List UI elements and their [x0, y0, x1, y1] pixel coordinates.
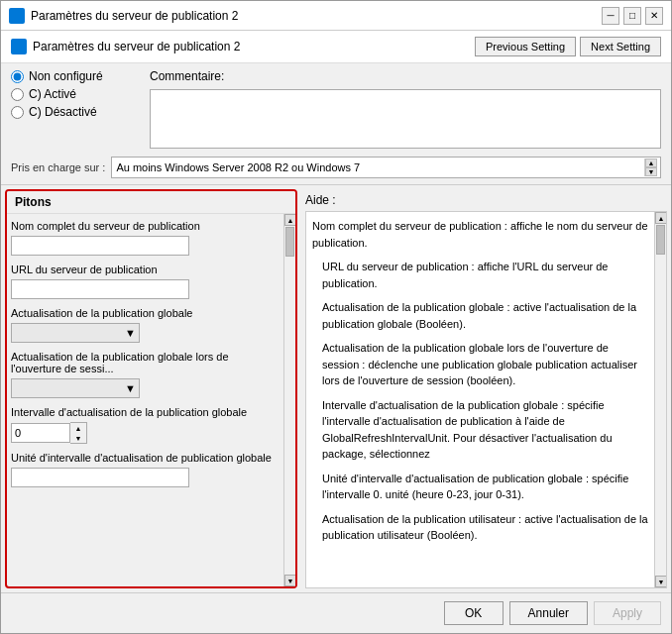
right-scroll-down[interactable]: ▼: [655, 576, 667, 587]
header-bar: Paramètres du serveur de publication 2 P…: [1, 31, 671, 63]
field-url: URL du serveur de publication: [11, 262, 280, 299]
window-icon: [9, 8, 25, 24]
aide-para-2: URL du serveur de publication : affiche …: [322, 259, 648, 291]
right-scroll-track: [655, 224, 666, 576]
left-panel-title: Pitons: [7, 191, 295, 214]
supported-scrollbar: ▲ ▼: [644, 158, 656, 176]
aide-para-6: Unité d'intervalle d'actualisation de pu…: [322, 471, 648, 503]
field-actualisation-globale: Actualisation de la publication globale …: [11, 305, 280, 343]
aide-para-5: Intervalle d'actualisation de la publica…: [322, 397, 648, 463]
aide-label: Aide :: [305, 189, 667, 211]
field-unite-intervalle-label: Unité d'intervalle d'actualisation de pu…: [11, 450, 280, 466]
aide-content: Nom complet du serveur de publication : …: [306, 212, 654, 587]
close-button[interactable]: ✕: [645, 7, 663, 25]
aide-para-4: Actualisation de la publication globale …: [322, 340, 648, 389]
field-intervalle-spinner: ▲ ▼: [11, 422, 280, 444]
field-intervalle-label: Intervalle d'actualisation de la publica…: [11, 404, 280, 420]
supported-label: Pris en charge sur :: [11, 161, 105, 173]
aide-para-7: Actualisation de la publication utilisat…: [322, 511, 648, 544]
previous-setting-button[interactable]: Previous Setting: [475, 37, 576, 56]
dropdown-arrow-icon: ▼: [125, 327, 136, 339]
commentaire-section: Commentaire:: [150, 69, 661, 149]
spinner-up-button[interactable]: ▲: [70, 423, 86, 433]
left-scroll-up[interactable]: ▲: [284, 214, 295, 226]
annuler-button[interactable]: Annuler: [509, 601, 588, 625]
field-actualisation-ouverture: Actualisation de la publication globale …: [11, 349, 280, 398]
apply-button[interactable]: Apply: [594, 601, 661, 625]
left-panel: Pitons Nom complet du serveur de publica…: [5, 189, 297, 588]
supported-value-box: Au moins Windows Server 2008 R2 ou Windo…: [111, 157, 661, 178]
field-url-label: URL du serveur de publication: [11, 262, 280, 277]
spinner-down-button[interactable]: ▼: [70, 433, 86, 443]
radio-active-label: C) Activé: [29, 87, 76, 101]
supported-value-text: Au moins Windows Server 2008 R2 ou Windo…: [116, 161, 360, 173]
window-title: Paramètres du serveur de publication 2: [31, 9, 602, 23]
commentaire-label: Commentaire:: [150, 69, 661, 83]
main-window: Paramètres du serveur de publication 2 ─…: [0, 0, 672, 634]
header-icon-title: Paramètres du serveur de publication 2: [11, 39, 240, 54]
field-intervalle: Intervalle d'actualisation de la publica…: [11, 404, 280, 444]
right-panel-scrollbar: ▲ ▼: [654, 212, 666, 587]
right-panel: Aide : Nom complet du serveur de publica…: [301, 185, 671, 592]
field-actualisation-globale-dropdown[interactable]: ▼: [11, 323, 140, 343]
radio-section: Non configuré C) Activé C) Désactivé: [11, 69, 140, 149]
radio-desactive-label: C) Désactivé: [29, 105, 97, 119]
supported-row: Pris en charge sur : Au moins Windows Se…: [1, 155, 671, 184]
left-panel-scrollbar: ▲ ▼: [283, 214, 295, 586]
radio-non-configure-label: Non configuré: [29, 69, 103, 83]
field-unite-intervalle: Unité d'intervalle d'actualisation de pu…: [11, 450, 280, 487]
spinner-buttons: ▲ ▼: [70, 422, 87, 444]
left-scroll-track: [284, 226, 295, 575]
left-panel-content: Nom complet du serveur de publication UR…: [7, 214, 283, 586]
aide-para-3: Actualisation de la publication globale …: [322, 299, 648, 332]
spinner-input[interactable]: [11, 423, 70, 443]
main-content: Pitons Nom complet du serveur de publica…: [1, 184, 671, 592]
commentaire-textarea[interactable]: [150, 89, 661, 149]
ok-button[interactable]: OK: [444, 601, 504, 625]
left-scroll-down[interactable]: ▼: [284, 575, 295, 586]
field-unite-intervalle-input[interactable]: [11, 468, 189, 487]
left-scroll-thumb[interactable]: [285, 227, 294, 257]
field-actualisation-ouverture-dropdown[interactable]: ▼: [11, 378, 140, 398]
scroll-up-arrow[interactable]: ▲: [645, 158, 657, 167]
next-setting-button[interactable]: Next Setting: [580, 37, 661, 56]
right-scroll-thumb[interactable]: [656, 225, 665, 255]
footer: OK Annuler Apply: [1, 592, 671, 633]
header-icon: [11, 39, 27, 54]
radio-desactive[interactable]: C) Désactivé: [11, 105, 140, 119]
right-scroll-up[interactable]: ▲: [655, 212, 667, 224]
maximize-button[interactable]: □: [623, 7, 641, 25]
window-controls: ─ □ ✕: [602, 7, 663, 25]
field-url-input[interactable]: [11, 279, 189, 299]
radio-non-configure[interactable]: Non configuré: [11, 69, 140, 83]
field-nom-complet-input[interactable]: [11, 236, 189, 256]
scroll-down-arrow[interactable]: ▼: [645, 167, 657, 176]
dropdown-arrow2-icon: ▼: [125, 382, 136, 394]
minimize-button[interactable]: ─: [602, 7, 619, 25]
field-nom-complet: Nom complet du serveur de publication: [11, 218, 280, 256]
radio-active[interactable]: C) Activé: [11, 87, 140, 101]
field-nom-complet-label: Nom complet du serveur de publication: [11, 218, 280, 234]
header-nav-buttons: Previous Setting Next Setting: [475, 37, 661, 56]
field-actualisation-ouverture-label: Actualisation de la publication globale …: [11, 349, 280, 376]
header-title: Paramètres du serveur de publication 2: [33, 40, 240, 53]
top-area: Non configuré C) Activé C) Désactivé Com…: [1, 63, 671, 155]
aide-para-1: Nom complet du serveur de publication : …: [312, 218, 648, 251]
title-bar: Paramètres du serveur de publication 2 ─…: [1, 1, 671, 31]
field-actualisation-globale-label: Actualisation de la publication globale: [11, 305, 280, 321]
